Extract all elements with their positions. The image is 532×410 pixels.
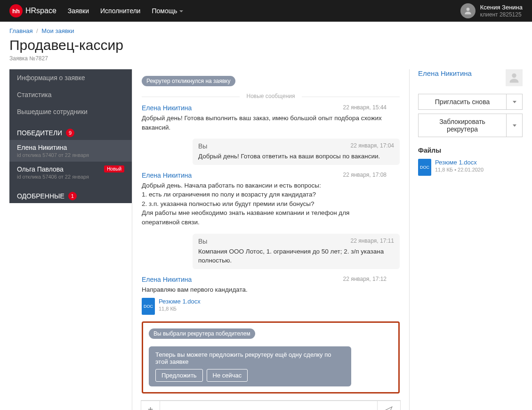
sidebar-item-stats[interactable]: Статистика xyxy=(9,86,132,103)
files-heading: Файлы xyxy=(418,147,523,154)
message-author[interactable]: Елена Никитина xyxy=(142,172,192,179)
status-winner: Вы выбрали рекрутера победителем xyxy=(149,328,255,339)
svg-point-0 xyxy=(466,8,469,11)
sidebar: Информация о заявке Статистика Вышедшие … xyxy=(9,69,132,203)
logo[interactable]: hh HRspace xyxy=(9,4,56,17)
winner-name: Ольга Павлова xyxy=(17,165,89,173)
nav-requests[interactable]: Заявки xyxy=(68,7,89,15)
winner-item-1[interactable]: Ольга Павлова id отклика 57406 от 22 янв… xyxy=(9,162,132,183)
message-author: Вы xyxy=(198,238,207,245)
recruiter-avatar-icon xyxy=(506,69,523,86)
status-responded: Рекрутер откликнулся на заявку xyxy=(142,76,235,86)
doc-icon: DOC xyxy=(142,298,155,315)
invite-dropdown-button[interactable] xyxy=(507,94,523,110)
breadcrumb-page[interactable]: Мои заявки xyxy=(41,27,74,34)
user-menu[interactable]: Ксения Зенина клиент 2825125 xyxy=(460,3,523,18)
sidebar-item-left[interactable]: Вышедшие сотрудники xyxy=(9,103,132,120)
sidebar-approved-label: ОДОБРЕННЫЕ xyxy=(17,192,64,200)
logo-text: HRspace xyxy=(25,7,56,15)
nav-help[interactable]: Помощь xyxy=(152,7,183,15)
user-sub: клиент 2825125 xyxy=(480,11,523,18)
sidebar-item-info[interactable]: Информация о заявке xyxy=(9,69,132,86)
message-time: 22 января, 15:44 xyxy=(343,104,387,112)
not-now-button[interactable]: Не сейчас xyxy=(207,369,248,382)
message-time: 22 января, 17:04 xyxy=(351,142,394,150)
message-author: Вы xyxy=(198,142,207,150)
winner-item-0[interactable]: Елена Никитина id отклика 57407 от 22 ян… xyxy=(9,140,132,162)
doc-icon: DOC xyxy=(418,159,431,176)
attachment-name[interactable]: Резюме 1.docx xyxy=(159,298,201,305)
winner-meta: id отклика 57407 от 22 января xyxy=(17,152,89,158)
attachment[interactable]: DOC Резюме 1.docx 11,8 КБ xyxy=(142,298,387,315)
message: Елена Никитина22 января, 15:44 Добрый де… xyxy=(142,104,387,132)
chat-panel: Рекрутер откликнулся на заявку Новые соо… xyxy=(132,69,410,410)
breadcrumb: Главная / Мои заявки xyxy=(9,27,523,34)
sidebar-winners-label: ПОБЕДИТЕЛИ xyxy=(17,129,62,137)
offer-box: Теперь вы можете предложить рекрутеру ещ… xyxy=(149,346,351,386)
sidebar-winners-header[interactable]: ПОБЕДИТЕЛИ 9 xyxy=(9,120,132,140)
new-messages-divider: Новые сообщения xyxy=(142,93,400,99)
offer-button[interactable]: Предложить xyxy=(155,369,203,382)
message-time: 22 января, 17:12 xyxy=(343,276,387,283)
page-title: Продавец-кассир xyxy=(9,37,523,53)
message: Елена Никитина22 января, 17:12 Направляю… xyxy=(142,276,387,315)
attachment-size: 11,8 КБ xyxy=(159,306,201,312)
logo-badge: hh xyxy=(9,4,23,17)
message-author[interactable]: Елена Никитина xyxy=(142,104,192,112)
winner-meta: id отклика 57406 от 22 января xyxy=(17,174,89,180)
message-body: Направляю вам первого кандидата. xyxy=(142,285,387,295)
message-time: 22 января, 17:08 xyxy=(343,172,387,179)
right-panel: Елена Никитина Пригласить снова Заблокир… xyxy=(410,69,523,176)
header: hh HRspace Заявки Исполнители Помощь Ксе… xyxy=(0,0,532,22)
block-recruiter-button[interactable]: Заблокировать рекрутера xyxy=(418,114,507,137)
message-body: Добрый день! Готова ответить на ваши воп… xyxy=(198,152,394,161)
message-body: Добрый день! Готова выполнить ваш заказ,… xyxy=(142,114,387,132)
user-avatar-icon xyxy=(460,3,476,18)
message-body: Компания ООО Лотос, 1. ограничения до 50… xyxy=(198,247,394,265)
message-input[interactable] xyxy=(160,401,377,410)
file-meta: 11,8 КБ • 22.01.2020 xyxy=(435,167,484,172)
message-self: Вы22 января, 17:04 Добрый день! Готова о… xyxy=(193,139,400,165)
message: Елена Никитина22 января, 17:08 Добрый де… xyxy=(142,172,387,227)
recruiter-name-link[interactable]: Елена Никитина xyxy=(418,69,472,77)
request-id: Заявка №7827 xyxy=(9,55,523,62)
winners-count-badge: 9 xyxy=(66,129,74,137)
attach-button[interactable]: + xyxy=(141,401,160,410)
message-body: Добрый день. Начала работать по вакансии… xyxy=(142,181,387,227)
send-button[interactable] xyxy=(377,401,401,410)
approved-count-badge: 1 xyxy=(68,192,77,200)
breadcrumb-home[interactable]: Главная xyxy=(9,27,32,34)
message-self: Вы22 января, 17:11 Компания ООО Лотос, 1… xyxy=(193,234,400,269)
message-author[interactable]: Елена Никитина xyxy=(142,276,192,283)
offer-text: Теперь вы можете предложить рекрутеру ещ… xyxy=(155,351,345,365)
block-dropdown-button[interactable] xyxy=(507,114,523,137)
winner-name: Елена Никитина xyxy=(17,144,89,151)
compose: + xyxy=(141,400,401,410)
top-nav: Заявки Исполнители Помощь xyxy=(68,7,183,15)
file-item[interactable]: DOC Резюме 1.docx 11,8 КБ • 22.01.2020 xyxy=(418,159,523,176)
file-name[interactable]: Резюме 1.docx xyxy=(435,159,484,166)
message-time: 22 января, 17:11 xyxy=(351,238,394,245)
new-badge: Новый xyxy=(104,165,124,172)
user-name: Ксения Зенина xyxy=(480,4,523,11)
sidebar-approved-header[interactable]: ОДОБРЕННЫЕ 1 xyxy=(9,183,132,203)
svg-point-1 xyxy=(512,74,516,78)
winner-highlight: Вы выбрали рекрутера победителем Теперь … xyxy=(142,321,400,394)
nav-performers[interactable]: Исполнители xyxy=(100,7,140,15)
invite-again-button[interactable]: Пригласить снова xyxy=(418,94,507,110)
